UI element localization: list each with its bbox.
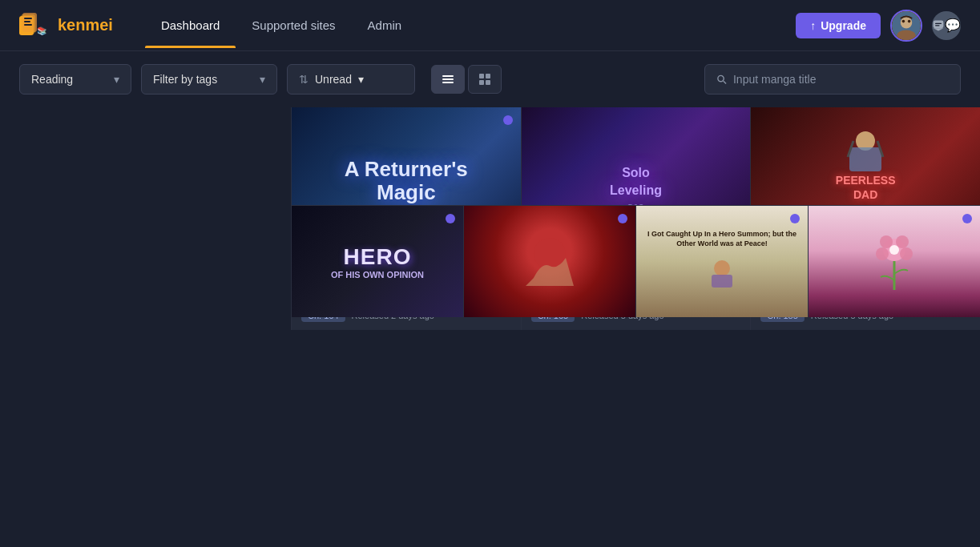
unread-dropdown-caret: ▾: [358, 73, 364, 86]
item-checkbox-4[interactable]: [35, 292, 48, 304]
notification-icon[interactable]: [932, 11, 961, 40]
bottom-grid: HERO OF HIS OWN OPINION: [291, 205, 980, 317]
svg-point-9: [897, 30, 915, 41]
svg-rect-5: [24, 24, 32, 26]
view-toggles: [431, 65, 502, 94]
svg-line-23: [724, 81, 726, 83]
tags-dropdown[interactable]: Filter by tags ▾: [141, 64, 277, 95]
nav-dashboard[interactable]: Dashboard: [145, 2, 236, 48]
avatar-image: [892, 11, 921, 40]
svg-point-33: [896, 235, 909, 248]
upgrade-arrow-icon: ↑: [810, 19, 816, 32]
filters-bar: Reading ▾ Filter by tags ▾ ⇅ Unread ▾: [0, 51, 980, 107]
unread-indicator-4: [58, 294, 66, 302]
list-view-icon: [442, 73, 454, 86]
bottom-cover-3: I Got Caught Up In a Hero Summon; but th…: [636, 206, 808, 317]
item-checkbox-2[interactable]: [35, 208, 48, 221]
grid-view-button[interactable]: [468, 65, 502, 94]
svg-rect-17: [442, 82, 454, 83]
nav-supported-sites[interactable]: Supported sites: [236, 2, 351, 48]
bottom-card-3[interactable]: I Got Caught Up In a Hero Summon; but th…: [635, 205, 808, 317]
svg-rect-12: [934, 20, 944, 28]
svg-point-32: [880, 235, 893, 248]
bottom-card-1[interactable]: HERO OF HIS OWN OPINION: [291, 205, 463, 317]
unread-indicator-1: [58, 165, 66, 173]
svg-point-22: [718, 75, 724, 81]
total-count: 10: [154, 120, 167, 133]
svg-rect-18: [479, 74, 484, 78]
filter-icon: ⇅: [299, 73, 309, 86]
svg-rect-4: [24, 21, 30, 22]
svg-rect-30: [712, 275, 732, 288]
svg-rect-21: [486, 80, 490, 85]
avatar[interactable]: [890, 10, 922, 42]
upgrade-button[interactable]: ↑ Upgrade: [796, 13, 881, 38]
select-all-checkbox[interactable]: [35, 120, 48, 133]
svg-rect-15: [442, 75, 454, 77]
bottom-unread-dot-3: [790, 214, 800, 223]
svg-rect-20: [479, 80, 484, 85]
svg-point-34: [876, 247, 889, 260]
search-icon: [716, 74, 727, 85]
svg-rect-3: [24, 18, 32, 19]
item-checkbox-1[interactable]: [35, 163, 48, 175]
showing-text: Showing 1 to 10 of 10 results: [58, 120, 203, 133]
search-input[interactable]: [733, 73, 949, 86]
svg-point-36: [889, 245, 899, 255]
svg-point-8: [901, 17, 912, 28]
main-content: Showing 1 to 10 of 10 results Omniscient…: [0, 107, 980, 317]
upgrade-label: Upgrade: [821, 19, 866, 32]
logo[interactable]: 📚 kenmei: [19, 10, 113, 42]
unread-indicator-2: [58, 211, 66, 219]
list-view-button[interactable]: [431, 65, 465, 94]
bottom-card-4[interactable]: [808, 205, 980, 317]
unread-dropdown-value: Unread: [315, 73, 352, 86]
nav-right: ↑ Upgrade: [796, 10, 961, 42]
bottom-unread-dot-1: [446, 214, 455, 223]
status-dropdown-value: Reading: [31, 73, 73, 86]
tags-dropdown-caret: ▾: [260, 73, 265, 86]
tags-dropdown-label: Filter by tags: [153, 73, 217, 86]
bottom-cover-2: [464, 206, 635, 317]
svg-rect-13: [935, 22, 942, 23]
svg-rect-16: [442, 78, 454, 80]
bottom-card-2[interactable]: [463, 205, 635, 317]
navbar: 📚 kenmei Dashboard Supported sites Admin…: [0, 0, 980, 51]
bottom-cover-4: [809, 206, 980, 317]
card-unread-dot-1: [503, 115, 513, 125]
svg-point-11: [908, 19, 911, 22]
bottom-cover-1: HERO OF HIS OWN OPINION: [292, 206, 463, 317]
logo-icon: 📚: [19, 10, 51, 42]
grid-view-icon: [478, 73, 491, 86]
search-box[interactable]: [704, 64, 961, 95]
svg-text:📚: 📚: [37, 26, 47, 36]
status-dropdown[interactable]: Reading ▾: [19, 64, 131, 95]
svg-rect-19: [486, 74, 490, 78]
unread-dropdown[interactable]: ⇅ Unread ▾: [287, 64, 415, 95]
item-checkbox-3[interactable]: [35, 251, 48, 264]
svg-point-10: [902, 19, 905, 22]
svg-point-35: [900, 247, 913, 260]
svg-rect-14: [935, 25, 940, 26]
nav-admin[interactable]: Admin: [352, 2, 418, 48]
nav-links: Dashboard Supported sites Admin: [145, 2, 796, 48]
status-dropdown-caret: ▾: [114, 73, 119, 86]
unread-indicator-3: [58, 254, 66, 262]
svg-rect-25: [849, 147, 881, 171]
logo-text: kenmei: [58, 16, 113, 34]
svg-point-29: [714, 260, 730, 276]
